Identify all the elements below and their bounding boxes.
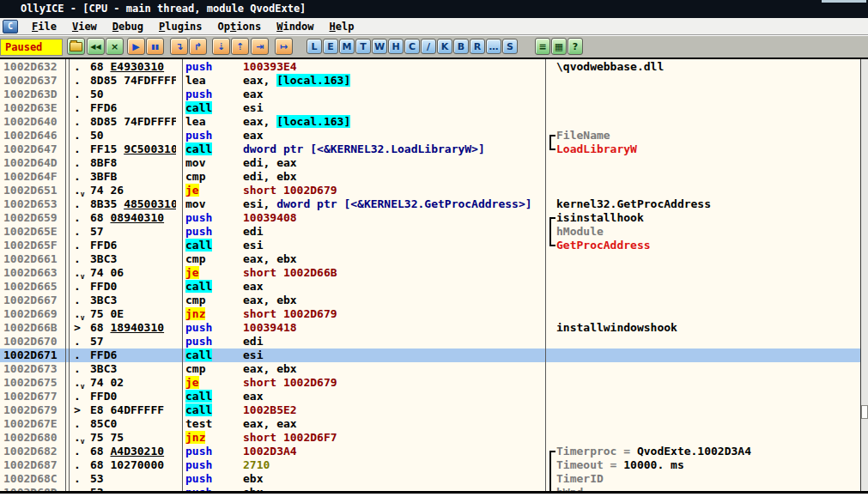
disasm-row[interactable]: 1002D673.3BC3cmpeax, ebx: [0, 362, 860, 376]
disasm-row[interactable]: 1002D670.57pushedi: [0, 335, 860, 349]
log-button[interactable]: L: [307, 39, 322, 54]
disasm-row[interactable]: 1002D687.68 10270000push2710Timeout = 10…: [0, 458, 860, 472]
address-cell: 1002D64D: [3, 156, 58, 170]
disasm-row[interactable]: 1002D65F.FFD6callesiGetProcAddress: [0, 239, 860, 252]
disasm-row[interactable]: 1002D667.3BC3cmpeax, ebx: [0, 294, 860, 307]
column-separator[interactable]: [545, 59, 546, 491]
disasm-row[interactable]: 1002D637.8D85 74FDFFFFleaeax, [local.163…: [0, 74, 860, 88]
disasm-row[interactable]: 1002D653.8B35 48500310movesi, dword ptr …: [0, 197, 860, 211]
menu-debug[interactable]: Debug: [105, 18, 151, 35]
disasm-row[interactable]: 1002D680.v75 75jnzshort 1002D6F7: [0, 431, 860, 445]
disasm-row[interactable]: 1002D669.v75 0Ejnzshort 1002D679: [0, 307, 860, 321]
execute-till-return-button[interactable]: ⇥: [251, 38, 269, 55]
vertical-scrollbar[interactable]: [860, 59, 868, 491]
comment-cell: TimerID: [556, 472, 604, 486]
help-about-button[interactable]: ?: [568, 38, 583, 55]
open-folder-icon: [70, 42, 82, 52]
disasm-row[interactable]: 1002D640.8D85 74FDFFFFleaeax, [local.163…: [0, 115, 860, 129]
menu-help[interactable]: Help: [322, 18, 362, 35]
opcode-bytes-cell: 74 26: [90, 184, 176, 197]
mnemonic-cell: push: [185, 445, 212, 458]
panel-bottom-gap: [0, 494, 868, 497]
opcode-bytes-cell: 57: [90, 225, 176, 239]
disasm-row[interactable]: 1002D646.50pusheaxFileName: [0, 129, 860, 142]
flow-marker: .: [74, 280, 81, 294]
status-paused-badge: Paused: [0, 39, 63, 56]
disasm-row[interactable]: 1002D647.FF15 9C500310calldword ptr [<&K…: [0, 142, 860, 156]
cpu-child-window-icon[interactable]: C: [3, 20, 18, 33]
address-cell: 1002D65E: [3, 225, 58, 239]
operands-cell: eax, ebx: [243, 294, 297, 307]
disasm-row[interactable]: 1002D632.68 E4930310push100393E4\qvodweb…: [0, 60, 860, 74]
disasm-row[interactable]: 1002D67E.85C0testeax, eax: [0, 417, 860, 431]
mnemonic-cell: call: [185, 142, 212, 156]
run-trace-button[interactable]: …: [486, 39, 501, 54]
opcode-bytes-cell: 68 A4D30210: [90, 445, 176, 458]
mnemonic-cell: jnz: [185, 431, 205, 445]
patches-button[interactable]: /: [421, 39, 436, 54]
disasm-row[interactable]: 1002D63E.FFD6callesi: [0, 101, 860, 115]
column-separator[interactable]: [182, 59, 183, 491]
appearance-button[interactable]: ▦: [551, 38, 567, 55]
memory-map-button[interactable]: M: [339, 39, 355, 54]
menu-plugins[interactable]: Plugins: [151, 18, 210, 35]
flow-marker: .: [74, 445, 81, 458]
step-into-button[interactable]: ↴: [170, 38, 188, 55]
pause-button[interactable]: ▮▮: [146, 38, 164, 55]
scrollbar-thumb[interactable]: [861, 405, 868, 419]
windows-list-button[interactable]: ≡: [535, 38, 550, 55]
menu-bar: C FileViewDebugPluginsOptionsWindowHelp: [0, 18, 868, 35]
windows-button[interactable]: W: [372, 39, 387, 54]
operands-cell: edi: [243, 225, 263, 239]
close-button[interactable]: ×: [106, 38, 124, 55]
go-to-address-button[interactable]: ↦: [275, 38, 293, 55]
disasm-row[interactable]: 1002D661.3BC3cmpeax, ebx: [0, 252, 860, 266]
menu-window[interactable]: Window: [269, 18, 321, 35]
disasm-row[interactable]: 1002D665.FFD0calleax: [0, 280, 860, 294]
disasm-row[interactable]: 1002D663.v74 06jeshort 1002D66B: [0, 266, 860, 280]
column-separator[interactable]: [65, 59, 66, 491]
restart-button[interactable]: ◀◀: [87, 38, 105, 55]
animate-into-button[interactable]: ⇣: [212, 38, 230, 55]
executables-button[interactable]: E: [323, 39, 338, 54]
operands-cell: short 1002D679: [243, 184, 337, 197]
operands-cell: short 1002D6F7: [243, 431, 337, 445]
comment-cell: Timeout = 10000. ms: [556, 458, 684, 472]
menu-view[interactable]: View: [64, 18, 105, 35]
source-button[interactable]: S: [502, 39, 518, 54]
threads-button[interactable]: T: [355, 39, 371, 54]
step-over-button[interactable]: ↱: [189, 38, 207, 55]
run-button[interactable]: ▶: [127, 38, 145, 55]
opcode-bytes-cell: 3BFB: [90, 170, 176, 184]
disasm-row[interactable]: 1002D677.FFD0calleax: [0, 390, 860, 403]
menu-file[interactable]: File: [24, 18, 64, 35]
address-cell: 1002D66B: [3, 321, 58, 335]
flow-marker: .: [74, 225, 81, 239]
disasm-row[interactable]: 1002D64D.8BF8movedi, eax: [0, 156, 860, 170]
title-bar: OllyICE - [CPU - main thread, module Qvo…: [0, 0, 868, 18]
background-window-sliver: [822, 0, 866, 3]
breakpoints-button[interactable]: B: [453, 39, 469, 54]
disasm-row[interactable]: 1002D651.v74 26jeshort 1002D679: [0, 184, 860, 197]
disasm-row[interactable]: 1002D679>E8 64DFFFFFcall1002B5E2: [0, 403, 860, 417]
address-cell: 1002D640: [3, 115, 58, 129]
cpu-button[interactable]: C: [404, 39, 420, 54]
animate-over-button[interactable]: ⇡: [231, 38, 249, 55]
disasm-row[interactable]: 1002D68C.53pushebxTimerID: [0, 472, 860, 486]
operands-cell: esi: [243, 239, 263, 252]
open-file-button[interactable]: [67, 38, 85, 55]
disasm-row[interactable]: 1002D63D.50pusheax: [0, 88, 860, 101]
disasm-row[interactable]: 1002D64F.3BFBcmpedi, ebx: [0, 170, 860, 184]
disasm-row[interactable]: 1002D675.v74 02jeshort 1002D679: [0, 376, 860, 390]
disasm-row[interactable]: 1002D682.68 A4D30210push1002D3A4Timerpro…: [0, 445, 860, 458]
references-button[interactable]: R: [470, 39, 485, 54]
disasm-row[interactable]: 1002D671.FFD6callesi: [0, 349, 860, 362]
disasm-row[interactable]: 1002D65E.57pushedihModule: [0, 225, 860, 239]
menu-options[interactable]: Options: [210, 18, 270, 35]
column-separator[interactable]: [69, 59, 70, 491]
disasm-row[interactable]: 1002D659.68 08940310push10039408isinstal…: [0, 211, 860, 225]
mnemonic-cell: mov: [185, 156, 205, 170]
handles-button[interactable]: H: [388, 39, 404, 54]
call-stack-button[interactable]: K: [437, 39, 452, 54]
disasm-row[interactable]: 1002D66B>68 18940310push10039418installw…: [0, 321, 860, 335]
